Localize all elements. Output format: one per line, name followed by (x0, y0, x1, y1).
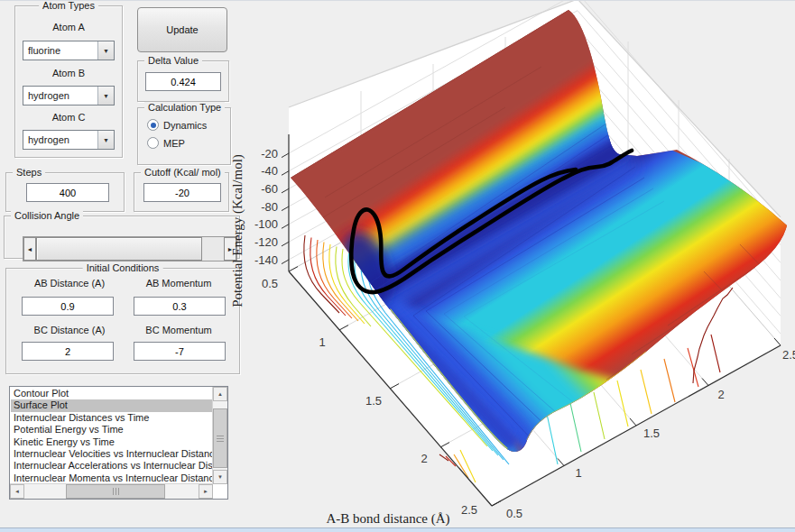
atom-a-label: Atom A (15, 22, 122, 32)
scroll-up-button[interactable]: ▲ (213, 387, 227, 401)
scroll-left-button[interactable]: ◄ (10, 484, 24, 499)
arrow-left-icon: ◄ (14, 489, 20, 494)
atom-types-title: Atom Types (39, 0, 98, 11)
horizontal-scrollbar[interactable]: ◄ ► (10, 483, 213, 499)
cliff-rim-highlight (390, 309, 507, 449)
list-item[interactable]: Potential Energy vs Time (11, 424, 212, 436)
cutoff-panel: Cutoff (Kcal/ mol) (134, 172, 229, 212)
vertical-scrollbar[interactable]: ▲ ▼ (212, 387, 227, 484)
floor-wall-junction (289, 111, 781, 345)
list-item-selected[interactable]: Surface Plot (11, 399, 212, 411)
svg-text:-80: -80 (261, 200, 278, 214)
steps-title: Steps (13, 167, 45, 178)
scroll-down-button[interactable]: ▼ (213, 470, 227, 484)
calculation-type-panel: Calculation Type Dynamics MEP (137, 107, 231, 165)
ab-momentum-label: AB Momentum (127, 278, 230, 289)
chevron-down-icon: ▼ (103, 48, 109, 54)
svg-text:2: 2 (421, 452, 427, 465)
z-tick-labels: -20 -40 -60 -80 -100 -120 -140 (254, 147, 278, 267)
update-button[interactable]: Update (137, 7, 227, 52)
svg-text:0.5: 0.5 (262, 277, 278, 290)
svg-text:1.5: 1.5 (643, 427, 660, 440)
collision-angle-slider[interactable]: ◄ ► (23, 236, 237, 261)
svg-text:0.5: 0.5 (506, 507, 522, 520)
bc-distance-field[interactable] (22, 342, 114, 361)
floor-gridlines (339, 151, 729, 466)
cutoff-field[interactable] (143, 183, 221, 202)
radio-unselected-icon (147, 137, 159, 149)
bc-momentum-field[interactable] (134, 342, 226, 361)
plot-back-walls (289, 1, 781, 506)
arrow-right-icon: ► (203, 489, 208, 494)
mep-radio-label: MEP (163, 138, 185, 149)
steps-field[interactable] (26, 183, 109, 202)
svg-text:2: 2 (717, 388, 724, 401)
radio-selected-icon (147, 119, 159, 131)
slider-right-button[interactable]: ► (224, 237, 236, 261)
app-window: { "icons": { "dropdown": "▼", "slider_le… (0, 0, 795, 532)
atom-b-value: hydrogen (23, 90, 97, 101)
list-item[interactable]: Internuclear Velocities vs Internuclear … (11, 448, 212, 460)
axis-ticks (282, 153, 781, 506)
svg-text:-60: -60 (261, 182, 278, 196)
wall-gridlines (289, 1, 781, 334)
thumb-grip-icon (113, 488, 119, 495)
atom-b-dropdown[interactable]: hydrogen ▼ (23, 86, 115, 105)
atom-a-dropdown[interactable]: fluorine ▼ (23, 41, 115, 60)
x-tick-labels: 0.5 1 1.5 2 2.5 (262, 277, 477, 517)
collision-angle-title: Collision Angle (11, 210, 83, 221)
arrow-up-icon: ▲ (217, 391, 223, 397)
x-axis (289, 271, 492, 506)
ab-momentum-field[interactable] (134, 297, 226, 316)
potential-energy-surface (271, 1, 795, 532)
cutoff-title: Cutoff (Kcal/ mol) (141, 167, 225, 178)
slider-left-button[interactable]: ◄ (23, 237, 36, 261)
list-item[interactable]: Internuclear Momenta vs Internuclear Dis… (11, 472, 212, 483)
lower-rim-highlight (527, 352, 646, 440)
scroll-right-button[interactable]: ► (199, 484, 213, 499)
delta-value-field[interactable] (145, 72, 221, 91)
plot-axes (289, 134, 781, 506)
svg-text:2.5: 2.5 (782, 348, 795, 362)
mep-radio[interactable]: MEP (147, 137, 185, 149)
slider-track[interactable] (202, 237, 224, 261)
horizontal-scroll-thumb[interactable] (66, 484, 165, 499)
trajectory-line (351, 151, 632, 292)
svg-text:-100: -100 (254, 217, 278, 231)
atom-a-value: fluorine (23, 45, 97, 56)
bc-momentum-label: BC Momentum (127, 325, 230, 335)
collision-angle-panel: Collision Angle ◄ ► (4, 216, 240, 259)
list-item[interactable]: Internuclear Accelerations vs Internucle… (11, 460, 212, 472)
y-axis (492, 345, 781, 506)
ab-distance-label: AB Distance (A) (15, 278, 124, 289)
window-bottom-edge (0, 527, 795, 532)
dynamics-radio-label: Dynamics (163, 120, 207, 131)
svg-text:2.5: 2.5 (461, 503, 477, 517)
dynamics-radio[interactable]: Dynamics (147, 119, 207, 131)
list-item[interactable]: Kinetic Energy vs Time (11, 436, 212, 448)
atom-c-label: Atom C (15, 112, 122, 123)
vertical-scroll-thumb[interactable] (213, 408, 227, 468)
svg-text:-40: -40 (261, 164, 278, 178)
list-item[interactable]: Internuclear Distances vs Time (11, 412, 212, 424)
ab-distance-field[interactable] (22, 297, 114, 316)
atom-c-value: hydrogen (23, 134, 97, 145)
crest-edge (291, 10, 569, 178)
atom-c-dropdown[interactable]: hydrogen ▼ (23, 130, 115, 150)
plot-type-listbox[interactable]: Contour Plot Surface Plot Internuclear D… (9, 386, 228, 500)
thumb-grip-icon (217, 436, 224, 442)
arrow-left-icon: ◄ (27, 246, 33, 252)
atom-b-label: Atom B (15, 68, 122, 78)
chevron-down-icon: ▼ (103, 93, 109, 99)
svg-text:-20: -20 (261, 147, 278, 161)
plateau-mesh-lines (316, 67, 787, 380)
list-item[interactable]: Contour Plot (11, 388, 212, 399)
arrow-right-icon: ► (227, 246, 234, 252)
x-axis-label: A-B bond distance (Å) (326, 511, 449, 527)
svg-text:1: 1 (319, 335, 325, 349)
bc-distance-label: BC Distance (A) (15, 325, 124, 335)
slider-thumb[interactable] (36, 237, 202, 261)
initial-conditions-panel: Initial Conditions AB Distance (A) AB Mo… (5, 268, 240, 374)
surface-contour-lines (361, 124, 664, 456)
chevron-down-icon: ▼ (103, 137, 109, 143)
